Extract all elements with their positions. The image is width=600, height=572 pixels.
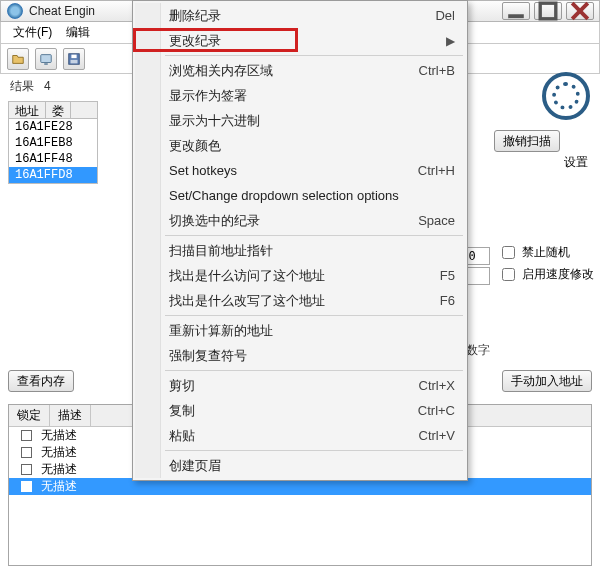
desc-row-checkbox[interactable] bbox=[21, 464, 32, 475]
menu-item-shortcut: Ctrl+X bbox=[419, 378, 455, 393]
menu-item-label: 更改纪录 bbox=[169, 32, 446, 50]
undo-scan-button[interactable]: 撤销扫描 bbox=[494, 130, 560, 152]
menu-item-label: Set/Change dropdown selection options bbox=[169, 188, 455, 203]
address-row[interactable]: 16A1FF48 bbox=[9, 151, 97, 167]
menu-item[interactable]: 更改颜色 bbox=[135, 133, 465, 158]
menu-separator bbox=[165, 55, 463, 56]
menu-item-shortcut: Ctrl+C bbox=[418, 403, 455, 418]
save-button[interactable] bbox=[63, 48, 85, 70]
app-logo-icon[interactable] bbox=[542, 72, 590, 120]
menu-edit[interactable]: 编辑 bbox=[60, 22, 96, 43]
menu-item-shortcut: Ctrl+V bbox=[419, 428, 455, 443]
menu-item[interactable]: 创建页眉 bbox=[135, 453, 465, 478]
menu-item-label: 粘贴 bbox=[169, 427, 419, 445]
menu-separator bbox=[165, 315, 463, 316]
address-header: 地址 娄 bbox=[8, 101, 98, 119]
menu-item[interactable]: 扫描目前地址指针 bbox=[135, 238, 465, 263]
menu-item[interactable]: 强制复查符号 bbox=[135, 343, 465, 368]
submenu-arrow-icon: ▶ bbox=[446, 34, 455, 48]
menu-item-label: 显示为十六进制 bbox=[169, 112, 455, 130]
menu-item[interactable]: Set/Change dropdown selection options bbox=[135, 183, 465, 208]
menu-separator bbox=[165, 370, 463, 371]
menu-item-shortcut: F5 bbox=[440, 268, 455, 283]
menu-item-label: 浏览相关内存区域 bbox=[169, 62, 419, 80]
minimize-button[interactable] bbox=[502, 2, 530, 20]
menu-item-shortcut: Ctrl+B bbox=[419, 63, 455, 78]
checkbox-no-random[interactable] bbox=[502, 246, 515, 259]
menu-item-label: 复制 bbox=[169, 402, 418, 420]
menu-item-label: 找出是什么访问了这个地址 bbox=[169, 267, 440, 285]
desc-row-checkbox[interactable] bbox=[21, 481, 32, 492]
menu-item[interactable]: 显示为十六进制 bbox=[135, 108, 465, 133]
menu-separator bbox=[165, 235, 463, 236]
desc-row-label: 无描述 bbox=[39, 444, 77, 461]
menu-item-label: 找出是什么改写了这个地址 bbox=[169, 292, 440, 310]
svg-rect-5 bbox=[44, 63, 48, 64]
menu-separator bbox=[165, 450, 463, 451]
menu-item-label: 切换选中的纪录 bbox=[169, 212, 418, 230]
desc-row-checkbox[interactable] bbox=[21, 447, 32, 458]
label-speed: 启用速度修改 bbox=[522, 266, 594, 283]
window-title: Cheat Engin bbox=[29, 4, 95, 18]
close-button[interactable] bbox=[566, 2, 594, 20]
menu-item[interactable]: 显示作为签署 bbox=[135, 83, 465, 108]
menu-item[interactable]: 剪切Ctrl+X bbox=[135, 373, 465, 398]
settings-label[interactable]: 设置 bbox=[494, 154, 594, 171]
desc-row-label: 无描述 bbox=[39, 478, 77, 495]
svg-rect-8 bbox=[71, 59, 78, 63]
maximize-button[interactable] bbox=[534, 2, 562, 20]
context-menu: 删除纪录Del更改纪录▶浏览相关内存区域Ctrl+B显示作为签署显示为十六进制更… bbox=[132, 0, 468, 481]
menu-item-label: 创建页眉 bbox=[169, 457, 455, 475]
address-list[interactable]: 16A1FE2816A1FEB816A1FF4816A1FFD8 bbox=[8, 119, 98, 184]
address-row[interactable]: 16A1FFD8 bbox=[9, 167, 97, 183]
address-col-addr[interactable]: 地址 bbox=[9, 102, 46, 118]
menu-item-label: 扫描目前地址指针 bbox=[169, 242, 455, 260]
menu-item-shortcut: Space bbox=[418, 213, 455, 228]
menu-item-shortcut: Del bbox=[435, 8, 455, 23]
menu-item[interactable]: 删除纪录Del bbox=[135, 3, 465, 28]
menu-item[interactable]: 更改纪录▶ bbox=[135, 28, 465, 53]
menu-item[interactable]: 找出是什么访问了这个地址F5 bbox=[135, 263, 465, 288]
manual-add-button[interactable]: 手动加入地址 bbox=[502, 370, 592, 392]
menu-item-label: 删除纪录 bbox=[169, 7, 435, 25]
menu-item-label: 强制复查符号 bbox=[169, 347, 455, 365]
label-no-random: 禁止随机 bbox=[522, 244, 570, 261]
number-label: 数字 bbox=[466, 342, 490, 359]
desc-row-label: 无描述 bbox=[39, 461, 77, 478]
menu-item-label: 更改颜色 bbox=[169, 137, 455, 155]
menu-item-label: 重新计算新的地址 bbox=[169, 322, 455, 340]
view-memory-button[interactable]: 查看内存 bbox=[8, 370, 74, 392]
process-button[interactable] bbox=[35, 48, 57, 70]
results-count: 4 bbox=[44, 79, 51, 93]
svg-rect-7 bbox=[71, 54, 76, 58]
menu-item-shortcut: F6 bbox=[440, 293, 455, 308]
checkbox-speed[interactable] bbox=[502, 268, 515, 281]
menu-item[interactable]: Set hotkeysCtrl+H bbox=[135, 158, 465, 183]
address-row[interactable]: 16A1FE28 bbox=[9, 119, 97, 135]
open-button[interactable] bbox=[7, 48, 29, 70]
desc-col-desc[interactable]: 描述 bbox=[50, 405, 91, 426]
menu-item[interactable]: 粘贴Ctrl+V bbox=[135, 423, 465, 448]
desc-col-lock[interactable]: 锁定 bbox=[9, 405, 50, 426]
svg-rect-4 bbox=[41, 54, 52, 62]
menu-item-shortcut: Ctrl+H bbox=[418, 163, 455, 178]
results-label: 结果 bbox=[10, 79, 34, 93]
desc-row-checkbox[interactable] bbox=[21, 430, 32, 441]
menu-item-label: 显示作为签署 bbox=[169, 87, 455, 105]
menu-item[interactable]: 找出是什么改写了这个地址F6 bbox=[135, 288, 465, 313]
menu-file[interactable]: 文件(F) bbox=[7, 22, 58, 43]
svg-rect-1 bbox=[540, 3, 556, 19]
app-icon bbox=[7, 3, 23, 19]
address-row[interactable]: 16A1FEB8 bbox=[9, 135, 97, 151]
desc-row-label: 无描述 bbox=[39, 427, 77, 444]
menu-item-label: Set hotkeys bbox=[169, 163, 418, 178]
menu-item[interactable]: 复制Ctrl+C bbox=[135, 398, 465, 423]
address-col-val[interactable]: 娄 bbox=[46, 102, 71, 118]
menu-item[interactable]: 浏览相关内存区域Ctrl+B bbox=[135, 58, 465, 83]
menu-item[interactable]: 重新计算新的地址 bbox=[135, 318, 465, 343]
menu-item-label: 剪切 bbox=[169, 377, 419, 395]
menu-item[interactable]: 切换选中的纪录Space bbox=[135, 208, 465, 233]
